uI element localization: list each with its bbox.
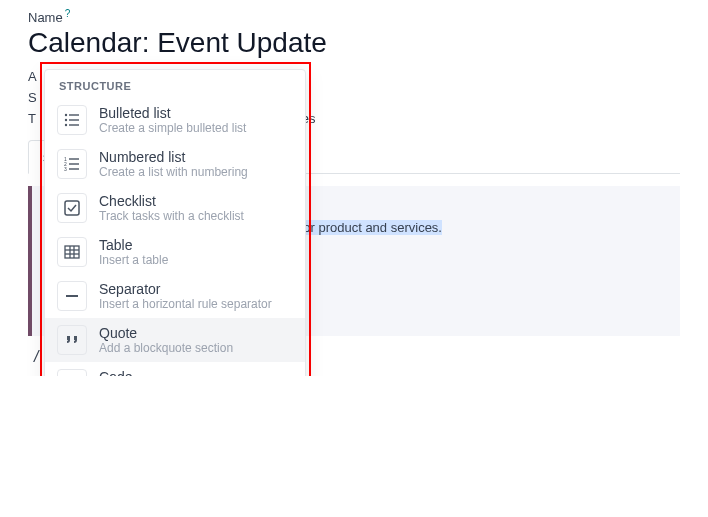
help-icon[interactable]: ?: [65, 8, 71, 19]
svg-rect-13: [65, 246, 79, 258]
dropdown-item-code[interactable]: CodeAdd a code section: [45, 362, 305, 376]
svg-rect-7: [69, 159, 79, 160]
list-ol-icon: 123: [57, 149, 87, 179]
dropdown-item-bulleted-list[interactable]: Bulleted listCreate a simple bulleted li…: [45, 98, 305, 142]
minus-icon: [57, 281, 87, 311]
svg-rect-1: [69, 115, 79, 116]
name-label: Name?: [28, 8, 680, 25]
dropdown-section-header: STRUCTURE: [45, 70, 305, 98]
svg-point-2: [65, 119, 67, 121]
page-title: Calendar: Event Update: [28, 27, 680, 59]
svg-rect-3: [69, 120, 79, 121]
svg-rect-9: [69, 164, 79, 165]
quote-icon: [57, 325, 87, 355]
code-icon: [57, 369, 87, 376]
table-icon: [57, 237, 87, 267]
svg-point-4: [65, 124, 67, 126]
slash-command-input[interactable]: /: [28, 346, 44, 368]
check-icon: [57, 193, 87, 223]
svg-rect-11: [69, 169, 79, 170]
dropdown-item-checklist[interactable]: ChecklistTrack tasks with a checklist: [45, 186, 305, 230]
list-ul-icon: [57, 105, 87, 135]
svg-text:3: 3: [64, 166, 67, 172]
dropdown-item-separator[interactable]: SeparatorInsert a horizontal rule separa…: [45, 274, 305, 318]
svg-point-0: [65, 114, 67, 116]
svg-rect-12: [65, 201, 79, 215]
dropdown-item-table[interactable]: TableInsert a table: [45, 230, 305, 274]
dropdown-item-quote[interactable]: QuoteAdd a blockquote section: [45, 318, 305, 362]
svg-rect-5: [69, 125, 79, 126]
svg-rect-18: [66, 295, 78, 297]
dropdown-item-numbered-list[interactable]: 123 Numbered listCreate a list with numb…: [45, 142, 305, 186]
slash-command-dropdown: STRUCTURE Bulleted listCreate a simple b…: [44, 69, 306, 376]
